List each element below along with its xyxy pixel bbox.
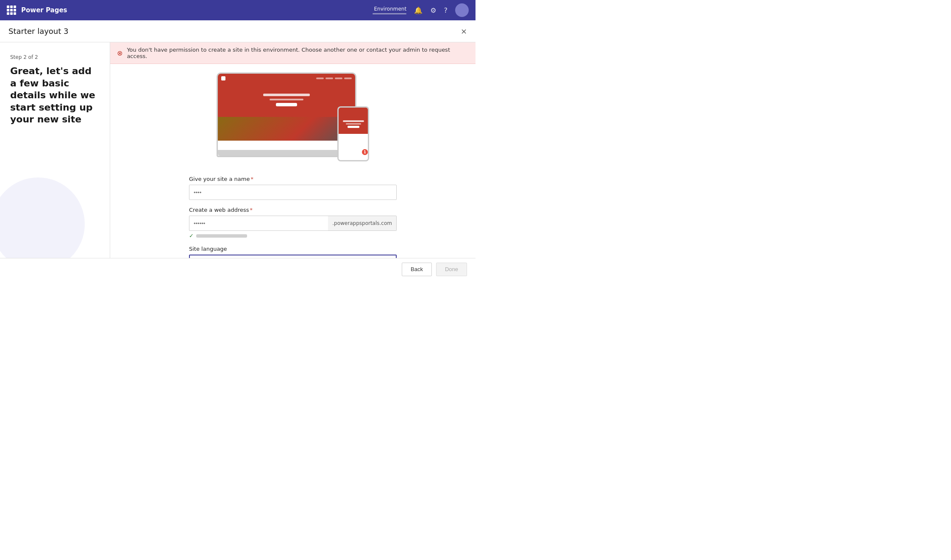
mobile-notification-badge: 1 (361, 148, 369, 156)
error-icon: ⊗ (117, 49, 122, 57)
mockup-hero (218, 83, 355, 117)
mobile-cta-button (348, 126, 359, 128)
site-language-field-group: Site language English (United States) Fr… (189, 246, 397, 258)
sidebar-decoration (0, 177, 85, 258)
site-name-input[interactable] (189, 185, 397, 200)
mobile-hero (339, 114, 368, 134)
footer: Back Done (0, 258, 475, 280)
web-address-label: Create a web address* (189, 207, 397, 213)
web-address-input-wrapper: .powerappsportals.com (189, 216, 397, 231)
error-banner: ⊗ You don't have permission to create a … (110, 42, 475, 64)
done-button[interactable]: Done (436, 263, 467, 276)
site-name-field-group: Give your site a name* (189, 176, 397, 200)
environment-bar (373, 13, 406, 14)
step-label: Step 2 of 2 (10, 54, 100, 60)
mockup-header (218, 74, 355, 83)
validation-text (196, 234, 247, 238)
mockup-subtitle (270, 99, 303, 100)
mobile-subtitle (346, 123, 361, 125)
web-address-required: * (250, 207, 253, 213)
site-language-select-wrapper: English (United States) French (France) … (189, 255, 397, 258)
error-message: You don't have permission to create a si… (127, 47, 469, 59)
titlebar: Starter layout 3 × (0, 20, 475, 42)
mockup-cta-button (276, 103, 297, 106)
mockup-headline (263, 94, 310, 96)
laptop-mockup (217, 72, 356, 157)
topbar: Power Pages Environment 🔔 ⚙ ? (0, 0, 475, 20)
content-area: ⊗ You don't have permission to create a … (110, 42, 475, 258)
app-title: Power Pages (21, 6, 367, 14)
mobile-mockup: 1 (337, 106, 369, 161)
mobile-header (339, 108, 368, 114)
mobile-headline (343, 120, 364, 122)
mockup-logo (221, 76, 225, 80)
sidebar: Step 2 of 2 Great, let's add a few basic… (0, 42, 110, 258)
web-address-field-group: Create a web address* .powerappsportals.… (189, 207, 397, 239)
help-icon[interactable]: ? (444, 6, 448, 14)
site-name-required: * (250, 176, 253, 182)
site-name-label: Give your site a name* (189, 176, 397, 182)
check-icon: ✓ (189, 233, 194, 239)
mockup-image (218, 117, 355, 141)
laptop-screen (218, 74, 355, 150)
main-area: Step 2 of 2 Great, let's add a few basic… (0, 42, 475, 258)
close-button[interactable]: × (461, 28, 467, 35)
site-language-select[interactable]: English (United States) French (France) … (189, 255, 397, 258)
notification-icon[interactable]: 🔔 (414, 6, 423, 14)
mockup-nav (316, 78, 352, 79)
web-address-validation: ✓ (189, 233, 397, 239)
topbar-right: Environment 🔔 ⚙ ? (373, 3, 469, 17)
waffle-menu[interactable] (7, 6, 16, 15)
content-inner: 1 Give your site a name* Create a web ad… (110, 64, 475, 258)
environment-info[interactable]: Environment (373, 6, 406, 15)
site-language-label: Site language (189, 246, 397, 252)
back-button[interactable]: Back (402, 263, 432, 276)
web-address-input[interactable] (189, 216, 328, 231)
form-section: Give your site a name* Create a web addr… (189, 176, 397, 258)
web-address-suffix: .powerappsportals.com (328, 216, 397, 231)
laptop-base (218, 150, 356, 156)
step-heading: Great, let's add a few basic details whi… (10, 65, 100, 126)
site-preview: 1 (217, 72, 369, 166)
settings-icon[interactable]: ⚙ (430, 6, 436, 14)
avatar[interactable] (455, 3, 469, 17)
page-title: Starter layout 3 (8, 27, 69, 36)
